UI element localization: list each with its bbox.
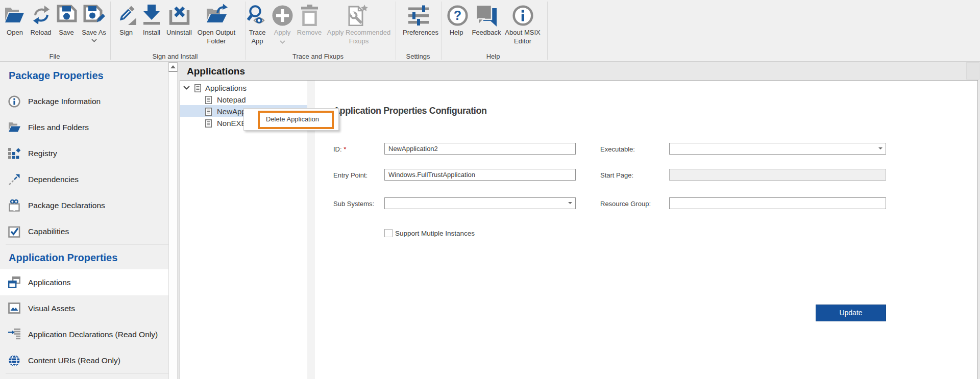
svg-text:?: ? <box>454 8 461 22</box>
